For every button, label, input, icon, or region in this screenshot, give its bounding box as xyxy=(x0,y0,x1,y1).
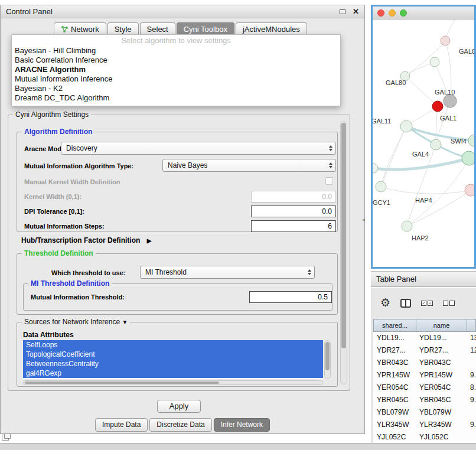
table-cell: YJL052C xyxy=(416,431,467,443)
table-cell: 9. xyxy=(467,394,476,406)
network-icon xyxy=(61,25,69,33)
algorithm-option[interactable]: Dream8 DC_TDC Algorithm xyxy=(12,93,340,103)
attribute-item[interactable]: TopologicalCoefficient xyxy=(23,350,323,359)
tab-impute-data[interactable]: Impute Data xyxy=(95,418,148,432)
table-cell: YLR345W xyxy=(373,419,416,431)
table-row[interactable]: YLR345WYLR345W9. xyxy=(373,419,476,431)
close-icon[interactable]: ✕ xyxy=(353,7,359,16)
restore-panel-icon[interactable] xyxy=(2,435,9,441)
table-cell: YDL19... xyxy=(373,332,416,344)
show-columns-icon[interactable] xyxy=(400,299,411,308)
sources-group: Sources for Network Inference ▼ Data Att… xyxy=(17,322,338,387)
table-row[interactable]: YJL052CYJL052C xyxy=(373,431,476,443)
tab-style-label: Style xyxy=(115,25,132,34)
aracne-mode-value: Discovery xyxy=(66,144,97,152)
minimize-traffic-light[interactable] xyxy=(389,9,396,17)
network-edge xyxy=(381,187,471,194)
attribute-item[interactable]: BetweennessCentrality xyxy=(23,359,323,369)
settings-scrollbar-thumb[interactable] xyxy=(341,123,346,348)
which-threshold-select[interactable]: MI Threshold xyxy=(140,266,315,279)
table-row[interactable]: YPR145WYPR145W9. xyxy=(373,369,476,381)
column-header-extra[interactable] xyxy=(467,319,476,331)
table-row[interactable]: YDL19...YDL19...13 xyxy=(373,332,476,344)
table-body: YDL19...YDL19...13YDR27...YDR27...12YBR0… xyxy=(373,332,476,443)
algorithm-option[interactable]: ARACNE Algorithm xyxy=(12,65,340,74)
table-cell: YDR27... xyxy=(373,344,416,357)
network-canvas[interactable]: GAL8GAL80GAL10GAL1GAL11SWI4GAL4GCY1HAP4H… xyxy=(373,19,474,268)
network-node[interactable] xyxy=(444,94,457,107)
network-node[interactable] xyxy=(468,135,474,146)
network-svg: GAL8GAL80GAL10GAL1GAL11SWI4GAL4GCY1HAP4H… xyxy=(373,19,474,268)
tab-infer-network[interactable]: Infer Network xyxy=(214,418,270,432)
table-cell xyxy=(467,357,476,369)
attribute-item[interactable]: gal4RGexp xyxy=(23,369,323,378)
attribute-item[interactable]: SelfLoops xyxy=(23,340,323,350)
data-attributes-list[interactable]: SelfLoopsTopologicalCoefficientBetweenne… xyxy=(23,340,323,379)
table-cell: YER054C xyxy=(416,381,467,394)
network-node[interactable] xyxy=(400,120,412,132)
attributes-hscroll-thumb[interactable] xyxy=(25,381,219,384)
algorithm-option[interactable]: Bayesian - Hill Climbing xyxy=(12,46,340,56)
mi-threshold-field[interactable]: 0.5 xyxy=(249,291,332,303)
table-row[interactable]: YER054CYER054C8. xyxy=(373,381,476,394)
attributes-vertical-scrollbar[interactable] xyxy=(324,340,331,379)
algorithm-option[interactable]: Basic Correlation Inference xyxy=(12,56,340,65)
table-cell: 9. xyxy=(467,419,476,431)
unchecked-box-icon xyxy=(443,301,448,306)
network-node[interactable] xyxy=(462,151,474,165)
table-row[interactable]: YBR045CYBR045C9. xyxy=(373,394,476,406)
select-all-icon[interactable]: ✓ ✓ xyxy=(421,301,433,306)
manual-kernel-checkbox[interactable] xyxy=(325,177,333,185)
checked-box-icon: ✓ xyxy=(421,301,426,306)
kernel-width-field[interactable]: 0.0 xyxy=(251,191,336,203)
dpi-tolerance-field[interactable]: 0.0 xyxy=(251,206,336,217)
network-node[interactable] xyxy=(432,101,443,112)
network-node[interactable] xyxy=(373,164,378,173)
zoom-traffic-light[interactable] xyxy=(400,9,407,17)
network-node[interactable] xyxy=(402,221,412,231)
column-header-name[interactable]: name xyxy=(416,319,467,331)
float-window-icon[interactable] xyxy=(340,9,345,14)
table-row[interactable]: YBL079WYBL079W xyxy=(373,406,476,419)
table-row[interactable]: YBR043CYBR043C xyxy=(373,357,476,369)
mi-algorithm-type-select[interactable]: Naive Bayes xyxy=(162,159,336,172)
attributes-vscroll-thumb[interactable] xyxy=(325,342,330,370)
panel-collapse-arrow-icon[interactable]: ◂ xyxy=(362,216,365,223)
table-cell: YLR345W xyxy=(416,419,467,431)
deselect-all-icon[interactable] xyxy=(443,301,455,306)
node-label: GAL10 xyxy=(435,89,455,96)
mi-steps-field[interactable]: 6 xyxy=(251,220,336,232)
column-header-shared-name[interactable]: shared... xyxy=(374,319,416,331)
apply-button[interactable]: Apply xyxy=(157,400,201,413)
aracne-mode-select[interactable]: Discovery xyxy=(61,142,336,155)
node-label: GAL1 xyxy=(440,115,457,122)
mi-threshold-group-title: MI Threshold Definition xyxy=(28,279,112,288)
attributes-horizontal-scrollbar[interactable] xyxy=(23,380,323,385)
network-node[interactable] xyxy=(441,36,450,45)
table-row[interactable]: YDR27...YDR27...12 xyxy=(373,344,476,357)
unchecked-box-icon xyxy=(449,301,455,306)
settings-scrollbar[interactable] xyxy=(340,121,347,384)
threshold-definition-title: Threshold Definition xyxy=(22,249,96,257)
network-node[interactable] xyxy=(431,139,441,150)
collapse-down-icon[interactable]: ▼ xyxy=(122,319,128,325)
algorithm-option[interactable]: Mutual Information Inference xyxy=(12,74,340,84)
network-node[interactable] xyxy=(430,57,439,67)
algorithm-option[interactable]: Bayesian - K2 xyxy=(12,84,340,93)
updown-arrows-icon xyxy=(329,162,332,168)
table-cell: YBR045C xyxy=(416,394,467,406)
checked-box-icon: ✓ xyxy=(428,301,433,306)
table-cell: YBR045C xyxy=(373,394,416,406)
network-node[interactable] xyxy=(376,181,386,192)
hub-section-label: Hub/Transcription Factor Definition xyxy=(21,236,140,244)
mi-threshold-label: Mutual Information Threshold: xyxy=(31,294,125,301)
expand-right-icon[interactable]: ▶ xyxy=(147,237,152,244)
threshold-definition-group: Threshold Definition Which threshold to … xyxy=(17,253,338,315)
tab-select-label: Select xyxy=(147,25,168,34)
hub-transcription-factor-section[interactable]: Hub/Transcription Factor Definition ▶ xyxy=(21,236,151,244)
close-traffic-light[interactable] xyxy=(377,9,384,17)
tab-discretize-data[interactable]: Discretize Data xyxy=(149,418,211,432)
algorithm-definition-group: Algorithm Definition Aracne Mode: Discov… xyxy=(17,132,338,232)
gear-icon[interactable]: ⚙ xyxy=(380,296,390,309)
network-node[interactable] xyxy=(465,184,474,196)
